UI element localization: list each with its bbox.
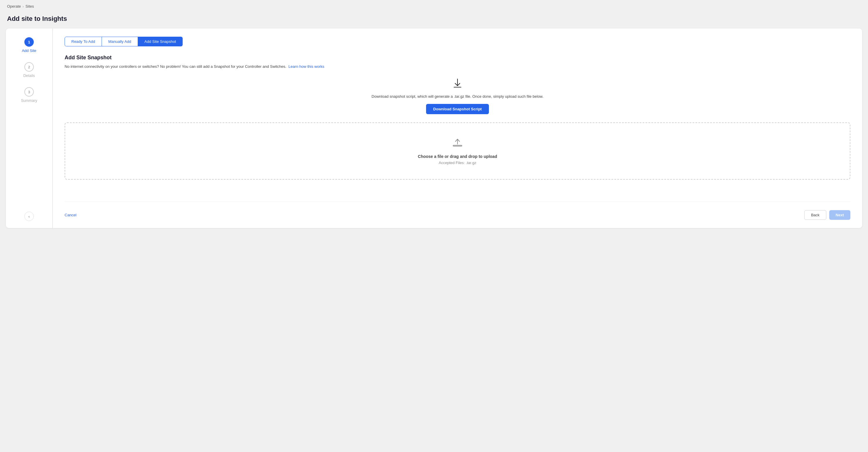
sidebar-item-details[interactable]: 2 Details [23,62,35,78]
step-circle-1: 1 [24,37,34,47]
chevron-left-icon: ‹ [29,214,30,219]
tabs-row: Ready To Add Manually Add Add Site Snaps… [65,37,850,46]
svg-rect-2 [453,145,462,146]
tab-manually-add[interactable]: Manually Add [102,37,138,46]
breadcrumb-operate[interactable]: Operate [7,4,21,8]
download-snapshot-button[interactable]: Download Snapshot Script [426,104,489,114]
upload-icon-wrap [452,137,463,150]
back-button[interactable]: Back [804,210,826,220]
step-label-3: Summary [21,98,37,103]
breadcrumb-separator: › [23,5,24,8]
cancel-button[interactable]: Cancel [65,213,76,217]
sidebar-collapse-button[interactable]: ‹ [24,212,34,221]
step-circle-3: 3 [24,87,34,97]
page-title: Add site to Insights [0,12,868,29]
upload-dropzone[interactable]: Choose a file or drag and drop to upload… [65,122,850,180]
step-label-2: Details [23,73,35,78]
breadcrumb: Operate › Sites [0,0,868,12]
download-icon [452,78,463,88]
breadcrumb-sites[interactable]: Sites [26,4,34,8]
step-label-1: Add Site [22,49,36,53]
footer-buttons: Back Next [804,210,850,220]
step-circle-2: 2 [24,62,34,72]
footer-row: Cancel Back Next [65,202,850,220]
download-description: Download snapshot script, which will gen… [371,94,543,99]
main-card: 1 Add Site 2 Details 3 Summary ‹ Ready T… [6,29,862,228]
sidebar-item-add-site[interactable]: 1 Add Site [22,37,36,53]
upload-main-text: Choose a file or drag and drop to upload [418,154,497,159]
sidebar-item-summary[interactable]: 3 Summary [21,87,37,103]
download-icon-wrap [452,78,463,90]
section-description: No internet connectivity on your control… [65,64,850,70]
upload-icon [452,137,463,148]
tab-ready-to-add[interactable]: Ready To Add [65,37,102,46]
section-title: Add Site Snapshot [65,55,850,61]
content-area: Ready To Add Manually Add Add Site Snaps… [53,29,862,228]
upload-sub-text: Accepted Files: .tar.gz [439,161,476,165]
download-area: Download snapshot script, which will gen… [65,78,850,114]
tab-add-site-snapshot[interactable]: Add Site Snapshot [138,37,183,46]
learn-how-link[interactable]: Learn how this works [288,64,324,69]
next-button[interactable]: Next [829,210,850,220]
sidebar: 1 Add Site 2 Details 3 Summary ‹ [6,29,53,228]
